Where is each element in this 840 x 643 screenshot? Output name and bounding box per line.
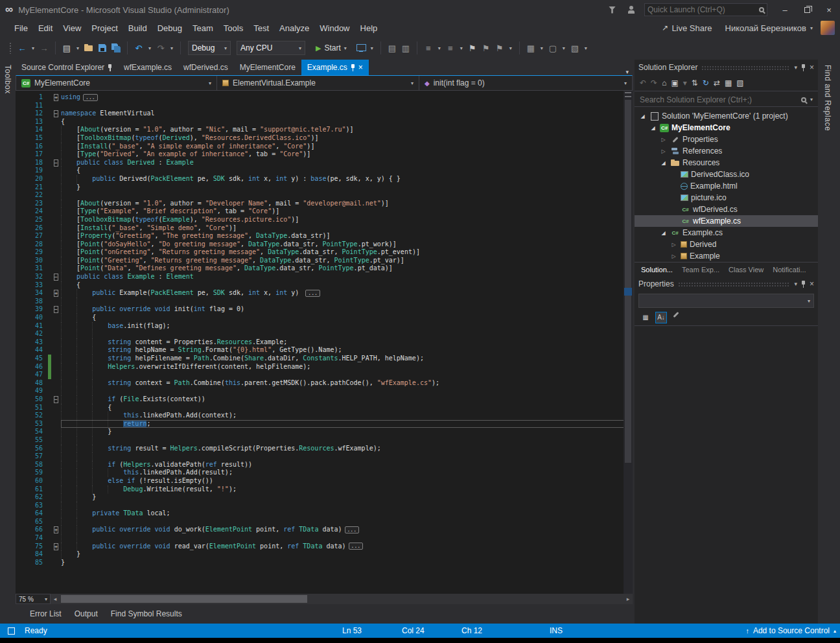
quick-launch-box[interactable]: [644, 3, 767, 16]
fold-toggle-icon[interactable]: −: [51, 159, 61, 167]
home-icon[interactable]: ⌂: [662, 78, 666, 88]
tree-item-example-html[interactable]: Example.html: [635, 180, 818, 192]
close-button[interactable]: ×: [818, 0, 840, 19]
horizontal-scrollbar-thumb[interactable]: [61, 595, 307, 603]
zoom-dropdown[interactable]: 75 % ▾: [16, 594, 51, 604]
debug-config-dropdown[interactable]: Debug▾: [188, 41, 231, 55]
dropdown-caret-icon[interactable]: ▾: [539, 45, 545, 51]
live-share-button[interactable]: ↗ Live Share: [662, 23, 712, 33]
fold-toggle-icon[interactable]: −: [51, 305, 61, 314]
expander-icon[interactable]: ▷: [670, 253, 678, 259]
redo-icon[interactable]: ↷: [155, 42, 167, 54]
se-back-icon[interactable]: ↶: [640, 78, 646, 88]
dropdown-caret-icon[interactable]: ▾: [458, 45, 465, 51]
collapsed-region-box[interactable]: ...: [349, 543, 363, 550]
window-position-icon[interactable]: ▾: [794, 281, 797, 287]
open-file-icon[interactable]: [83, 42, 95, 54]
bottom-tab-find-symbol-results[interactable]: Find Symbol Results: [106, 607, 187, 621]
solution-explorer-header[interactable]: Solution Explorer ▾ ×: [635, 60, 818, 75]
status-character-number[interactable]: Ch 12: [461, 626, 482, 635]
toolbox-tab[interactable]: Toolbox: [3, 65, 12, 624]
expander-icon[interactable]: ◢: [659, 160, 668, 166]
save-all-icon[interactable]: [110, 42, 122, 54]
menu-item-tools[interactable]: Tools: [218, 21, 248, 35]
dropdown-caret-icon[interactable]: ▾: [169, 45, 175, 51]
save-icon[interactable]: [97, 42, 108, 54]
properties-button-icon[interactable]: ▧: [736, 78, 743, 88]
forward-icon[interactable]: →: [38, 42, 50, 54]
start-button[interactable]: ▶Start▾: [311, 41, 351, 55]
comment-icon[interactable]: ≡: [445, 42, 456, 54]
fold-toggle-icon[interactable]: +: [51, 289, 61, 298]
collapsed-region-box[interactable]: ...: [83, 94, 97, 101]
user-avatar[interactable]: [821, 21, 835, 35]
tab-example-cs[interactable]: Example.cs×: [301, 60, 369, 75]
menu-item-test[interactable]: Test: [248, 21, 274, 35]
panel-tab-notificati[interactable]: Notificati...: [769, 264, 810, 275]
dropdown-caret-icon[interactable]: ▾: [436, 45, 443, 51]
menu-item-help[interactable]: Help: [355, 21, 383, 35]
refresh-icon[interactable]: ↻: [703, 78, 709, 88]
pin-icon[interactable]: [801, 281, 806, 288]
menu-item-build[interactable]: Build: [123, 21, 152, 35]
quick-launch-input[interactable]: [648, 5, 759, 14]
menu-item-analyze[interactable]: Analyze: [274, 21, 314, 35]
dropdown-caret-icon[interactable]: ▾: [561, 45, 567, 51]
fold-toggle-icon[interactable]: −: [51, 110, 61, 118]
tree-item-example-cs[interactable]: ◢C#Example.cs: [635, 227, 818, 239]
tree-item-example[interactable]: ▷Example: [635, 250, 818, 262]
vertical-scrollbar-thumb[interactable]: [625, 100, 631, 463]
fold-toggle-icon[interactable]: +: [51, 93, 61, 102]
categorized-icon[interactable]: ▦: [640, 312, 651, 323]
pin-icon[interactable]: [108, 64, 112, 71]
menu-item-debug[interactable]: Debug: [152, 21, 187, 35]
tree-item-derivedclass-ico[interactable]: DerivedClass.ico: [635, 169, 818, 180]
project-dropdown[interactable]: C# MyElementCore ▾: [16, 76, 217, 90]
vertical-scrollbar[interactable]: [624, 91, 633, 594]
solution-search-box[interactable]: ▾: [635, 93, 818, 107]
menu-item-file[interactable]: File: [9, 21, 33, 35]
next-bookmark-icon[interactable]: ⚑: [494, 42, 506, 54]
tree-item-solution-myelementcore-1-project[interactable]: ◢Solution 'MyElementCore' (1 project): [635, 110, 818, 122]
undo-icon[interactable]: ↶: [133, 42, 145, 54]
find-in-files-icon[interactable]: ▤: [386, 42, 398, 54]
bottom-tab-error-list[interactable]: Error List: [25, 607, 67, 621]
window-position-icon[interactable]: ▾: [794, 64, 797, 71]
collapsed-region-box[interactable]: ...: [305, 290, 320, 297]
member-dropdown[interactable]: ◆ init(int flag = 0) ▾: [419, 76, 632, 90]
back-icon[interactable]: ←: [16, 42, 28, 54]
restore-button[interactable]: [796, 0, 818, 19]
tree-item-properties[interactable]: ▷Properties: [635, 134, 818, 145]
tree-item-wfderived-cs[interactable]: C#wfDerived.cs: [635, 204, 818, 215]
type-dropdown[interactable]: ElementVirtual.Example ▾: [217, 76, 419, 90]
fold-toggle-icon[interactable]: −: [51, 273, 61, 281]
status-line-number[interactable]: Ln 53: [342, 626, 362, 635]
attach-icon[interactable]: ▢: [547, 42, 559, 54]
fold-toggle-icon[interactable]: −: [51, 395, 61, 404]
sync-icon[interactable]: ⇅: [692, 78, 698, 88]
close-icon[interactable]: ×: [810, 63, 814, 72]
split-window-handle[interactable]: [625, 92, 631, 97]
menu-item-window[interactable]: Window: [314, 21, 355, 35]
expander-icon[interactable]: ▷: [670, 242, 678, 248]
collapsed-region-box[interactable]: ...: [345, 526, 359, 533]
horizontal-scrollbar[interactable]: ◂ ▸: [51, 594, 633, 604]
tab-myelementcore[interactable]: MyElementCore: [234, 60, 301, 75]
show-all-files-icon[interactable]: ▦: [725, 78, 732, 88]
new-project-icon[interactable]: ▤: [61, 42, 73, 54]
tab-source-control-explorer[interactable]: Source Control Explorer: [16, 60, 118, 75]
close-icon[interactable]: ×: [358, 63, 363, 72]
status-column-number[interactable]: Col 24: [402, 626, 425, 635]
properties-header[interactable]: Properties ▾ ×: [635, 276, 818, 292]
dropdown-caret-icon[interactable]: ▾: [369, 45, 375, 51]
dropdown-caret-icon[interactable]: ▾: [75, 45, 81, 51]
dropdown-caret-icon[interactable]: ▾: [146, 45, 153, 51]
platform-dropdown[interactable]: Any CPU▾: [237, 41, 305, 55]
expander-icon[interactable]: ◢: [649, 125, 657, 131]
tree-item-derived[interactable]: ▷Derived: [635, 239, 818, 250]
panel-tab-team-exp[interactable]: Team Exp...: [678, 264, 723, 275]
switch-views-icon[interactable]: ▣: [671, 78, 678, 88]
minimize-button[interactable]: –: [774, 0, 796, 19]
dropdown-caret-icon[interactable]: ▾: [508, 45, 514, 51]
tab-wfderived-cs[interactable]: wfDerived.cs: [178, 60, 234, 75]
